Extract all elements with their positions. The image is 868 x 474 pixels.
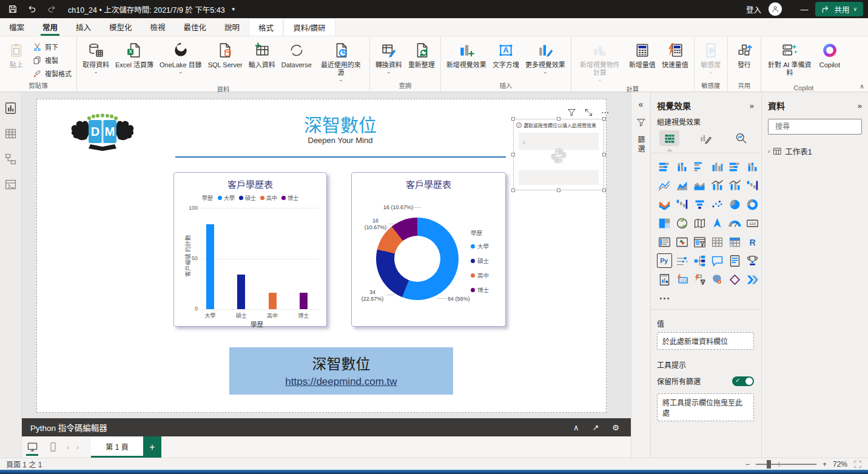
tab-optimize[interactable]: 最佳化 [175, 18, 216, 36]
qna-visual[interactable] [710, 253, 725, 268]
search-input[interactable] [775, 122, 868, 131]
python-script-editor-bar[interactable]: Python 指令碼編輯器 ∧ ↗ ⚙ ▶ [22, 418, 650, 436]
stacked-column-chart[interactable] [675, 159, 690, 174]
refresh-button[interactable]: 重新整理 [405, 39, 438, 75]
gauge[interactable] [727, 216, 742, 230]
stacked-area-chart[interactable] [692, 178, 707, 193]
dax-query-view-icon[interactable] [4, 177, 18, 192]
resize-handle[interactable] [511, 153, 515, 156]
map[interactable] [675, 216, 690, 230]
power-apps-visual[interactable] [727, 272, 742, 287]
desktop-layout-icon[interactable] [22, 436, 42, 458]
more-options-icon[interactable]: ⋯ [601, 108, 610, 117]
legend-item[interactable]: 大學 [218, 194, 235, 202]
report-canvas[interactable]: D M 深智數位 Deepen Your Mind 客戶學歷表 學歷 [22, 92, 631, 418]
new-visual-button[interactable]: 新增視覺效果 [443, 39, 490, 75]
save-icon[interactable] [5, 2, 21, 16]
get-data-button[interactable]: 取得資料 ⌄ [79, 39, 112, 75]
tab-format[interactable]: 格式 [249, 18, 283, 36]
data-table-row[interactable]: › 工作表1 [762, 141, 868, 162]
tab-home[interactable]: 常用 [33, 18, 67, 36]
sensitivity-button[interactable]: 敏感度 ⌄ [697, 39, 725, 75]
smart-narrative[interactable] [727, 253, 742, 268]
sql-server-button[interactable]: SQL Server [205, 39, 246, 75]
treemap[interactable] [657, 216, 672, 230]
legend-item[interactable]: 碩士 [471, 256, 489, 265]
report-view-icon[interactable] [4, 101, 18, 115]
banner-link[interactable]: https://deepmind.com.tw [285, 376, 397, 388]
clustered-column-chart[interactable] [710, 159, 725, 174]
tab-data-drill[interactable]: 資料/鑽研 [283, 18, 335, 36]
power-automate-visual[interactable] [745, 272, 760, 287]
more-visuals-button[interactable]: 更多視覺效果 ⌄ [522, 39, 568, 75]
line-and-clustered-column-chart[interactable] [727, 178, 742, 193]
prep-data-for-ai-button[interactable]: 針對 AI 準備資料 [764, 39, 816, 83]
publish-button[interactable]: 發行 [730, 39, 758, 75]
line-chart[interactable] [657, 178, 672, 193]
add-page-button[interactable]: + [143, 436, 161, 458]
report-page[interactable]: D M 深智數位 Deepen Your Mind 客戶學歷表 學歷 [36, 99, 607, 413]
undo-icon[interactable] [24, 2, 40, 16]
bar-大學[interactable] [206, 224, 214, 309]
copilot-button[interactable]: Copilot [816, 39, 844, 75]
paste-button[interactable]: 貼上 [2, 39, 30, 69]
copy-button[interactable]: 複製 [30, 55, 74, 65]
filters-pane-label[interactable]: 篩選 [636, 136, 646, 154]
filled-map[interactable] [692, 216, 707, 230]
decomposition-tree[interactable] [692, 253, 707, 268]
format-painter-button[interactable]: 複製格式 [30, 68, 74, 79]
enter-data-button[interactable]: 輸入資料 [246, 39, 278, 75]
azure-map[interactable] [710, 216, 725, 230]
multi-row-card[interactable] [657, 235, 672, 249]
format-visual-tab[interactable] [695, 130, 715, 146]
text-box-button[interactable]: A 文字方塊 [490, 39, 522, 75]
bar-碩士[interactable] [237, 275, 245, 309]
legend-item[interactable]: 高中 [260, 194, 277, 202]
python-visual[interactable]: Py [657, 253, 672, 268]
card[interactable]: 123 [745, 216, 760, 230]
mobile-layout-icon[interactable] [42, 436, 63, 458]
collapse-data-pane-icon[interactable]: » [858, 101, 862, 110]
redo-icon[interactable] [44, 2, 59, 16]
next-page-icon[interactable]: › [73, 436, 82, 458]
data-search-box[interactable] [768, 119, 862, 135]
transform-data-button[interactable]: 轉換資料 ⌄ [372, 39, 405, 75]
tab-insert[interactable]: 插入 [67, 18, 100, 36]
more-visual-options[interactable] [657, 291, 672, 305]
ribbon-chart[interactable] [657, 197, 672, 212]
expand-filters-icon[interactable]: « [639, 99, 644, 109]
pie-chart[interactable] [727, 197, 742, 212]
new-measure-button[interactable]: 新增量值 [626, 39, 659, 75]
stacked-bar-chart[interactable] [657, 159, 672, 174]
legend-item[interactable]: 博士 [281, 194, 298, 202]
100-stacked-bar-chart[interactable] [727, 159, 742, 174]
legend-item[interactable]: 大學 [471, 242, 489, 250]
cut-button[interactable]: 剪下 [30, 41, 74, 52]
waterfall-chart-2[interactable] [675, 197, 690, 212]
bar-高中[interactable] [269, 293, 277, 309]
new-visual-calculation-button[interactable]: fx 新增視覺物件計算 ⌄ [574, 39, 626, 83]
resize-handle[interactable] [511, 117, 515, 121]
matrix[interactable] [727, 235, 742, 249]
metrics[interactable] [745, 253, 760, 268]
donut-chart-visual[interactable]: 客戶學歷表 學歷 大學 碩士 高中 博士 [351, 172, 506, 327]
donut-chart[interactable] [745, 197, 760, 212]
zoom-slider[interactable] [756, 464, 816, 465]
line-and-stacked-column-chart[interactable] [710, 178, 725, 193]
recent-sources-button[interactable]: 最近使用的來源 ⌄ [315, 39, 367, 83]
bar-博士[interactable] [300, 293, 308, 309]
bar-chart-visual[interactable]: 客戶學歷表 學歷 大學 碩士 高中 博士 [173, 172, 327, 327]
zoom-slider-thumb[interactable] [767, 460, 771, 469]
resize-handle[interactable] [557, 117, 560, 121]
analytics-tab[interactable] [732, 130, 752, 146]
resize-handle[interactable] [511, 189, 515, 192]
quick-measure-button[interactable]: 快速量值 [659, 39, 691, 75]
tooltip-field-well[interactable]: 將工具提示欄位拖曳至此處 [657, 393, 754, 421]
tab-modeling[interactable]: 模型化 [100, 18, 141, 36]
legend-item[interactable]: 高中 [471, 271, 489, 279]
resize-handle[interactable] [602, 117, 606, 121]
dataverse-button[interactable]: Dataverse [278, 39, 315, 75]
build-visual-tab[interactable] [659, 130, 679, 146]
focus-mode-icon[interactable] [584, 108, 593, 117]
table-view-icon[interactable] [4, 126, 18, 141]
